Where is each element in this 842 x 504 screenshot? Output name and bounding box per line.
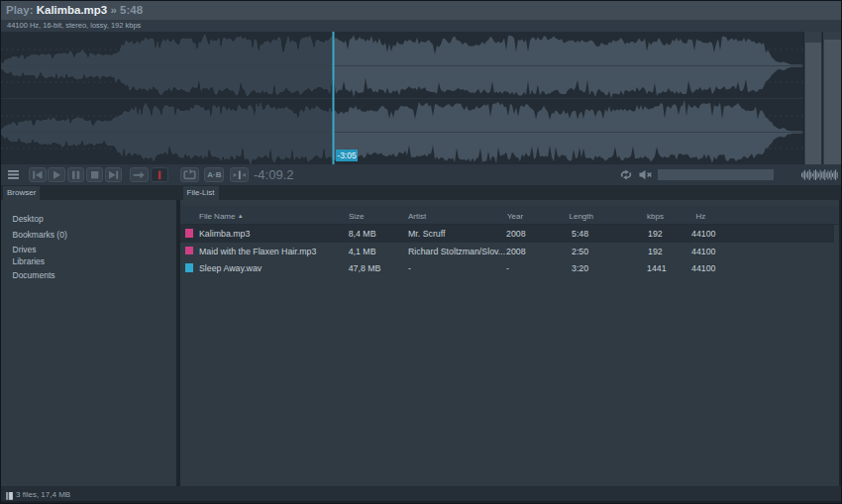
svg-text:-3:05: -3:05 bbox=[337, 151, 357, 160]
